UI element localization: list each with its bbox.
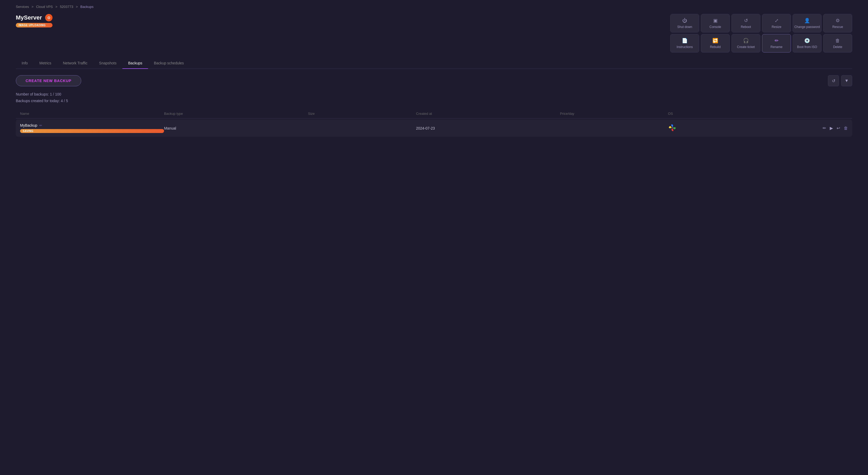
console-button[interactable]: ▣ Console	[701, 14, 730, 32]
col-created: Created at	[416, 112, 560, 116]
filter-icon: ▼	[844, 78, 849, 83]
os-pinwheel-icon	[668, 123, 677, 132]
create-ticket-icon: 🎧	[743, 38, 749, 43]
server-title-area: MyServer ⊙ IMAGE UPLOADING	[16, 14, 53, 27]
rescue-icon: ⚙	[836, 18, 840, 24]
reboot-icon: ↺	[744, 18, 748, 24]
row-restore-icon[interactable]: ↩	[837, 126, 840, 130]
create-ticket-button[interactable]: 🎧 Create ticket	[732, 34, 761, 53]
ubuntu-icon: ⊙	[45, 14, 53, 21]
nav-tabs: Info Metrics Network Traffic Snapshots B…	[16, 58, 852, 69]
filter-button[interactable]: ▼	[841, 75, 852, 86]
col-actions	[776, 112, 848, 116]
backup-today: Backups created for today: 4 / 5	[16, 98, 852, 104]
breadcrumb: Services > Cloud VPS > 5203773 > Backups	[0, 0, 868, 11]
breadcrumb-current: Backups	[81, 5, 94, 9]
col-price: Price/day	[560, 112, 668, 116]
toolbar-right: ↺ ▼	[828, 75, 852, 86]
cell-actions: ✏ ▶ ↩ 🗑	[776, 126, 848, 130]
backup-name: MyBackup	[20, 123, 37, 127]
saving-badge: SAVING	[20, 129, 164, 133]
backup-stats: Number of backups: 1 / 100 Backups creat…	[16, 91, 852, 104]
rebuild-button[interactable]: 🔁 Rebuild	[701, 34, 730, 53]
resize-button[interactable]: ⤢ Resize	[762, 14, 791, 32]
instructions-icon: 📄	[682, 38, 688, 43]
breadcrumb-serverid[interactable]: 5203773	[60, 5, 73, 9]
resize-icon: ⤢	[775, 18, 779, 24]
table-header: Name Backup type Size Created at Price/d…	[16, 109, 852, 118]
boot-iso-icon: 💿	[804, 38, 810, 43]
table-row: MyBackup ✏ SAVING Manual 2024-07-23	[16, 120, 852, 137]
backup-toolbar: CREATE NEW BACKUP ↺ ▼	[16, 75, 852, 86]
tab-backups[interactable]: Backups	[122, 58, 148, 69]
backup-count: Number of backups: 1 / 100	[16, 91, 852, 98]
tab-backup-schedules[interactable]: Backup schedules	[148, 58, 190, 69]
breadcrumb-services[interactable]: Services	[16, 5, 29, 9]
cell-backup-type: Manual	[164, 126, 308, 130]
change-password-button[interactable]: 👤 Change password	[793, 14, 822, 32]
col-size: Size	[308, 112, 416, 116]
tab-metrics[interactable]: Metrics	[33, 58, 57, 69]
shutdown-button[interactable]: ⏻ Shut down	[670, 14, 699, 32]
row-edit-icon[interactable]: ✏	[823, 126, 826, 130]
breadcrumb-cloudvps[interactable]: Cloud VPS	[36, 5, 53, 9]
cell-name: MyBackup ✏ SAVING	[20, 123, 164, 133]
create-backup-button[interactable]: CREATE NEW BACKUP	[16, 75, 81, 86]
tab-network-traffic[interactable]: Network Traffic	[57, 58, 93, 69]
tab-info[interactable]: Info	[16, 58, 33, 69]
backups-panel: CREATE NEW BACKUP ↺ ▼ Number of backups:…	[16, 75, 852, 137]
delete-button[interactable]: 🗑 Delete	[823, 34, 852, 53]
action-buttons-grid: ⏻ Shut down ▣ Console ↺ Reboot ⤢ Resize …	[670, 14, 852, 53]
reboot-button[interactable]: ↺ Reboot	[732, 14, 761, 32]
rename-icon: ✏	[775, 38, 779, 43]
server-name: MyServer	[16, 14, 42, 21]
backup-name-edit-icon[interactable]: ✏	[39, 123, 42, 127]
refresh-icon: ↺	[832, 78, 835, 83]
col-os: OS	[668, 112, 776, 116]
col-type: Backup type	[164, 112, 308, 116]
change-password-icon: 👤	[804, 18, 810, 24]
svg-point-0	[672, 127, 673, 128]
rescue-button[interactable]: ⚙ Rescue	[823, 14, 852, 32]
server-header: MyServer ⊙ IMAGE UPLOADING ⏻ Shut down ▣…	[16, 14, 852, 53]
cell-created-at: 2024-07-23	[416, 126, 560, 130]
row-play-icon[interactable]: ▶	[830, 126, 833, 130]
instructions-button[interactable]: 📄 Instructions	[670, 34, 699, 53]
tab-snapshots[interactable]: Snapshots	[93, 58, 122, 69]
row-delete-icon[interactable]: 🗑	[844, 126, 848, 130]
refresh-button[interactable]: ↺	[828, 75, 839, 86]
boot-iso-button[interactable]: 💿 Boot from ISO	[793, 34, 822, 53]
image-uploading-badge: IMAGE UPLOADING	[16, 23, 53, 27]
rename-button[interactable]: ✏ Rename	[762, 34, 791, 53]
rebuild-icon: 🔁	[712, 38, 718, 43]
col-name: Name	[20, 112, 164, 116]
delete-icon: 🗑	[835, 38, 840, 43]
console-icon: ▣	[713, 18, 718, 24]
cell-os	[668, 123, 776, 133]
shutdown-icon: ⏻	[682, 18, 687, 24]
